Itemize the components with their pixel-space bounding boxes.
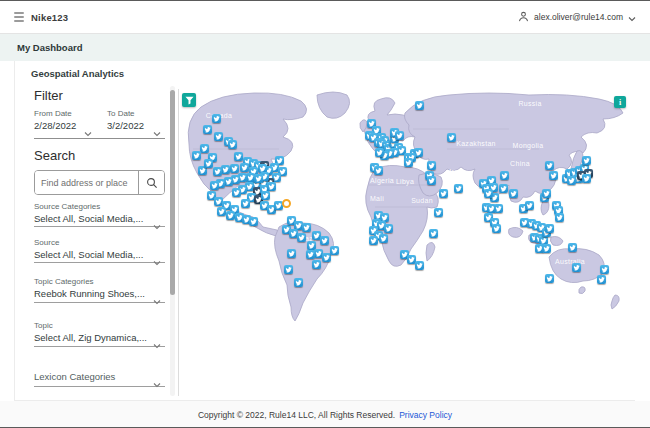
map-marker-social-media[interactable] bbox=[427, 176, 436, 185]
map-marker-social-media[interactable] bbox=[232, 188, 241, 197]
search-icon bbox=[146, 177, 158, 189]
map-marker-social-media[interactable] bbox=[230, 164, 239, 173]
search-button[interactable] bbox=[138, 171, 164, 194]
map-marker-social-media[interactable] bbox=[545, 224, 554, 233]
map-marker-social-media[interactable] bbox=[221, 165, 230, 174]
map-marker-social-media[interactable] bbox=[261, 191, 270, 200]
privacy-policy-link[interactable]: Privacy Policy bbox=[399, 410, 452, 420]
map-marker-social-media[interactable] bbox=[217, 207, 226, 216]
map-marker-social-media[interactable] bbox=[200, 144, 209, 153]
map-marker-social-media[interactable] bbox=[226, 211, 235, 220]
twitter-bird-icon bbox=[416, 262, 423, 269]
map-marker-social-media[interactable] bbox=[582, 174, 591, 183]
map-marker-social-media[interactable] bbox=[454, 184, 463, 193]
map-marker-social-media[interactable] bbox=[404, 158, 413, 167]
map-marker-social-media[interactable] bbox=[555, 213, 564, 222]
map-marker-social-media[interactable] bbox=[499, 184, 508, 193]
map-marker-social-media[interactable] bbox=[582, 156, 591, 165]
hamburger-menu-icon[interactable] bbox=[14, 12, 24, 22]
map-marker-social-media[interactable] bbox=[568, 243, 577, 252]
source-chevron-icon[interactable] bbox=[153, 252, 161, 270]
topic-categories-chevron-icon[interactable] bbox=[153, 291, 161, 309]
sidebar-scrollbar-track[interactable] bbox=[170, 86, 175, 396]
map-info-button[interactable]: i bbox=[614, 96, 626, 108]
map-marker-social-media[interactable] bbox=[379, 234, 388, 243]
search-input[interactable] bbox=[35, 171, 138, 194]
map-marker-social-media[interactable] bbox=[306, 250, 315, 259]
map-marker-social-media[interactable] bbox=[384, 224, 393, 233]
map-marker-social-media[interactable] bbox=[228, 140, 237, 149]
map-marker-social-media[interactable] bbox=[572, 263, 581, 272]
twitter-bird-icon bbox=[546, 275, 553, 282]
map-marker-social-media[interactable] bbox=[369, 236, 378, 245]
map-marker-social-media[interactable] bbox=[224, 177, 233, 186]
map-marker-social-media[interactable] bbox=[395, 131, 404, 140]
to-date-select[interactable]: 3/2/2022 bbox=[107, 120, 144, 131]
sidebar-scrollbar-thumb[interactable] bbox=[170, 90, 175, 295]
map-marker-social-media[interactable] bbox=[203, 125, 212, 134]
map-marker-social-media[interactable] bbox=[312, 260, 321, 269]
map-marker-social-media[interactable] bbox=[287, 249, 296, 258]
map-marker-social-media[interactable] bbox=[267, 182, 276, 191]
source-categories-chevron-icon[interactable] bbox=[153, 216, 161, 234]
source-categories-select[interactable]: Select All, Social Media,... bbox=[34, 213, 143, 224]
map-marker-social-media[interactable] bbox=[427, 161, 436, 170]
lexicon-categories-select[interactable]: Lexicon Categories bbox=[34, 371, 115, 382]
map-marker-social-media[interactable] bbox=[374, 166, 383, 175]
source-select[interactable]: Select All, Social Media,... bbox=[34, 249, 143, 260]
map-marker-social-media[interactable] bbox=[484, 189, 493, 198]
map-marker-social-media[interactable] bbox=[492, 224, 501, 233]
map-marker-social-media[interactable] bbox=[597, 275, 606, 284]
map-marker-social-media[interactable] bbox=[415, 101, 424, 110]
map-marker-social-media[interactable] bbox=[212, 114, 221, 123]
map-marker-social-media[interactable] bbox=[214, 132, 223, 141]
map-marker-social-media[interactable] bbox=[241, 199, 250, 208]
map-marker-social-media[interactable] bbox=[434, 208, 443, 217]
map-filter-button[interactable] bbox=[182, 93, 196, 107]
map-marker-social-media[interactable] bbox=[375, 148, 384, 157]
lexicon-categories-chevron-icon[interactable] bbox=[153, 374, 161, 392]
geospatial-map[interactable]: CanadaRussiaKazakhstanMongoliaChinaIranA… bbox=[178, 89, 634, 396]
map-marker-social-media[interactable] bbox=[297, 233, 306, 242]
map-marker-social-media[interactable] bbox=[545, 274, 554, 283]
map-marker-social-media[interactable] bbox=[494, 204, 503, 213]
map-marker-social-media[interactable] bbox=[447, 133, 456, 142]
map-marker-social-media[interactable] bbox=[525, 201, 534, 210]
map-marker-social-media[interactable] bbox=[600, 265, 609, 274]
twitter-bird-icon bbox=[222, 166, 229, 173]
map-marker-social-media[interactable] bbox=[330, 246, 339, 255]
map-marker-social-media[interactable] bbox=[192, 151, 201, 160]
map-marker-social-media[interactable] bbox=[204, 159, 213, 168]
map-marker-social-media[interactable] bbox=[284, 265, 293, 274]
map-marker-social-media[interactable] bbox=[429, 229, 438, 238]
map-marker-social-media[interactable] bbox=[234, 152, 243, 161]
map-marker-social-media[interactable] bbox=[213, 167, 222, 176]
map-marker-social-media[interactable] bbox=[415, 261, 424, 270]
map-marker-social-media[interactable] bbox=[509, 189, 518, 198]
topic-select[interactable]: Select All, Zig Dynamica,... bbox=[34, 332, 147, 343]
map-marker-social-media[interactable] bbox=[240, 163, 249, 172]
twitter-bird-icon bbox=[215, 133, 222, 140]
twitter-bird-icon bbox=[510, 190, 517, 197]
twitter-bird-icon bbox=[225, 178, 232, 185]
user-menu[interactable]: alex.oliver@rule14.com bbox=[518, 8, 636, 26]
topic-chevron-icon[interactable] bbox=[153, 335, 161, 353]
twitter-bird-icon bbox=[568, 177, 575, 184]
map-marker-social-media[interactable] bbox=[249, 217, 258, 226]
map-marker-social-media[interactable] bbox=[567, 176, 576, 185]
from-date-select[interactable]: 2/28/2022 bbox=[34, 120, 76, 131]
map-marker-social-media[interactable] bbox=[542, 244, 551, 253]
map-marker-social-media[interactable] bbox=[320, 236, 329, 245]
map-marker-social-media[interactable] bbox=[545, 161, 554, 170]
map-marker-social-media[interactable] bbox=[302, 223, 311, 232]
breadcrumb[interactable]: My Dashboard bbox=[17, 42, 82, 53]
map-marker-social-media[interactable] bbox=[439, 189, 448, 198]
map-marker-social-media[interactable] bbox=[210, 181, 219, 190]
map-marker-social-media[interactable] bbox=[254, 174, 263, 183]
map-marker-social-media[interactable] bbox=[549, 171, 558, 180]
map-marker-social-media[interactable] bbox=[500, 171, 509, 180]
topic-categories-select[interactable]: Reebok Running Shoes,... bbox=[34, 288, 145, 299]
twitter-bird-icon bbox=[381, 214, 388, 221]
map-marker-social-media[interactable] bbox=[542, 189, 551, 198]
map-marker-social-media[interactable] bbox=[294, 278, 303, 287]
